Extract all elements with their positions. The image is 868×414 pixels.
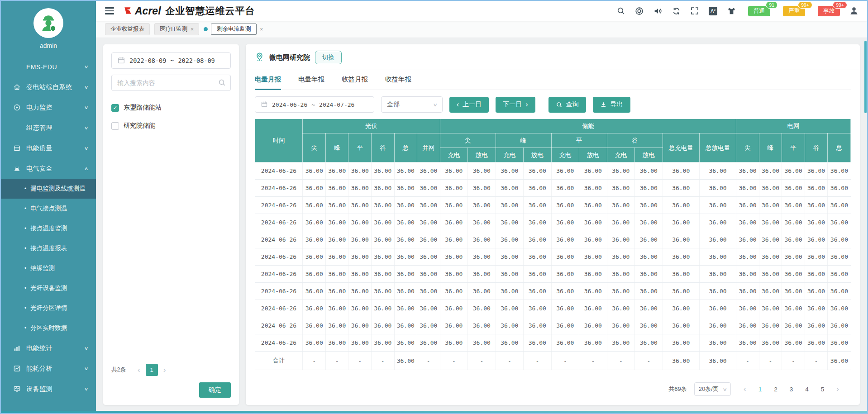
page-4[interactable]: 4 [805,386,809,393]
cell: 36.00 [805,300,828,317]
cell: 36.00 [417,283,440,300]
tab-电量年报[interactable]: 电量年报 [298,70,324,90]
cell: 36.00 [607,231,635,248]
report-date-start[interactable]: 2024-06-26 [272,101,307,108]
scrollbar-thumb[interactable] [864,41,867,113]
refresh-icon[interactable] [672,6,681,16]
user-icon[interactable] [849,6,859,16]
workspace-tab-1[interactable]: 医疗IT监测× [154,23,199,35]
support-icon[interactable] [634,6,644,16]
cell: 36.00 [468,283,496,300]
close-icon[interactable]: × [260,26,263,33]
tab-收益月报[interactable]: 收益月报 [342,70,368,90]
collapse-menu-icon[interactable] [105,7,114,14]
workspace-tab-2[interactable]: 剩余电流监测× [204,24,263,35]
alarm-badge-2[interactable]: 事故99+ [818,6,840,16]
prev-page-icon[interactable]: ‹ [744,385,746,394]
page-5[interactable]: 5 [821,386,825,393]
active-tab-dot [204,27,208,31]
report-date-end[interactable]: 2024-07-26 [319,101,354,108]
export-button[interactable]: 导出 [593,97,630,113]
translate-icon[interactable]: Az [708,6,718,16]
cell: 36.00 [524,300,552,317]
sound-icon[interactable] [653,6,663,16]
bullet-icon: • [24,285,26,291]
alarm-badge-1[interactable]: 严重99+ [783,6,805,16]
menu-icon-none [13,124,21,132]
filter-date-end[interactable]: 2022-08-09 [178,57,215,64]
alarm-badge-0[interactable]: 普通91 [748,6,770,16]
sidebar-subitem-2[interactable]: •接点温度监测 [1,219,96,238]
sidebar-item-6[interactable]: 电能统计∨ [1,338,96,358]
report-date-range[interactable]: 2024-06-26 ~ 2024-07-26 [255,96,374,113]
cell: 36.00 [828,283,851,300]
sidebar-item-7[interactable]: 能耗分析∨ [1,358,96,379]
search-icon[interactable] [616,6,625,15]
search-icon[interactable] [218,78,226,89]
filter-date-range[interactable]: 2022-08-09 ~ 2022-08-09 [111,52,231,69]
cell: 36.00 [805,197,828,214]
sidebar-item-0[interactable]: EMS-EDU∨ [1,57,96,77]
sidebar-subitem-5[interactable]: •光纤设备监测 [1,278,96,298]
sidebar-item-5[interactable]: 电气安全∧ [1,158,96,179]
checkbox-checked-icon[interactable]: ✓ [111,104,119,112]
chevron-down-icon: ∨ [84,125,88,130]
cell: 36.00 [496,317,524,334]
page-2[interactable]: 2 [774,386,777,393]
cell: 36.00 [828,214,851,231]
sidebar-subitem-4[interactable]: •绝缘监测 [1,258,96,278]
cell: 36.00 [579,231,607,248]
cell: 36.00 [828,180,851,197]
current-page-button[interactable]: 1 [146,364,158,376]
sidebar-item-1[interactable]: 变电站综自系统∨ [1,77,96,97]
next-day-button[interactable]: 下一日 › [496,97,535,113]
sidebar-subitem-7[interactable]: •分区实时数据 [1,318,96,338]
sidebar-item-8[interactable]: 设备监测∨ [1,379,96,399]
tab-收益年报[interactable]: 收益年报 [385,70,411,90]
bullet-icon: • [24,265,26,271]
cell: 36.00 [635,180,663,197]
sidebar-subitem-0[interactable]: •漏电监测及线缆测温 [1,179,96,199]
cell: 36.00 [736,334,759,352]
cell: 36.00 [524,231,552,248]
page-3[interactable]: 3 [790,386,793,393]
next-page-icon[interactable]: › [836,385,839,394]
workspace-tab-0[interactable]: 企业收益报表 [105,23,150,35]
station-checkbox-0[interactable]: ✓东盟路储能站 [111,104,231,112]
badge-count: 91 [766,1,777,9]
cell: 36.00 [303,162,326,180]
page-size-select[interactable]: 20条/页∨ [694,382,731,396]
prev-page-icon[interactable]: ‹ [138,366,140,375]
sidebar-item-4[interactable]: 电能质量∨ [1,138,96,158]
sidebar-item-3[interactable]: 组态管理∨ [1,118,96,138]
filter-date-start[interactable]: 2022-08-09 [129,57,166,64]
sidebar-item-2[interactable]: 电力监控∨ [1,97,96,118]
prev-day-button[interactable]: ‹ 上一日 [449,97,489,113]
station-checkbox-1[interactable]: 研究院储能 [111,122,231,130]
scope-select[interactable]: 全部 ∨ [381,96,443,113]
next-page-icon[interactable]: › [163,366,166,375]
cell: 36.00 [468,162,496,180]
theme-icon[interactable] [727,6,736,16]
cell: 36.00 [348,317,372,334]
close-icon[interactable]: × [191,26,194,33]
bullet-icon: • [24,205,26,212]
table-total-row: 合计----36.00---------36.0036.00----36.00 [255,352,851,370]
sidebar-subitem-1[interactable]: •电气接点测温 [1,199,96,219]
cell: 36.00 [551,197,579,214]
checkbox-unchecked-icon[interactable] [111,122,119,130]
tab-电量月报[interactable]: 电量月报 [255,70,281,90]
sidebar-subitem-6[interactable]: •光纤分区详情 [1,298,96,318]
cell: 36.00 [440,334,468,352]
sidebar-subitem-3[interactable]: •接点温度报表 [1,238,96,258]
search-input[interactable] [111,75,231,91]
search-icon [556,101,563,108]
column-header: 放电 [524,148,552,162]
switch-site-button[interactable]: 切换 [315,51,342,64]
confirm-button[interactable]: 确定 [199,382,231,398]
query-button[interactable]: 查询 [548,97,586,113]
page-1[interactable]: 1 [758,386,762,393]
cell: 36.00 [524,283,552,300]
column-header: 并网 [417,133,440,162]
fullscreen-icon[interactable] [690,6,699,15]
